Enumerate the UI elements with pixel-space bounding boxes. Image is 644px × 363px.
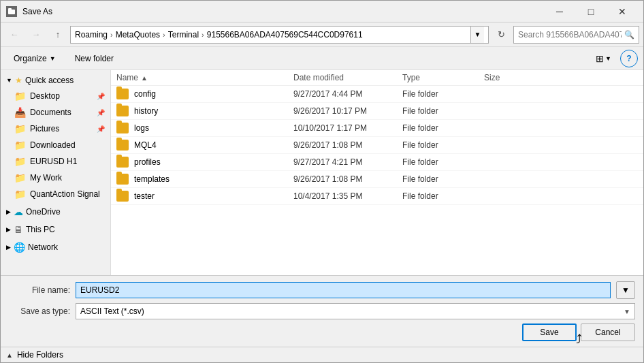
save-button[interactable]: Save [522, 323, 577, 341]
refresh-button[interactable]: ↻ [492, 25, 511, 44]
col-type-header[interactable]: Type [402, 73, 484, 82]
table-row[interactable]: templates 9/26/2017 1:08 PM File folder [111, 171, 643, 188]
sidebar-item-mywork-label: My Work [30, 173, 62, 183]
col-size-header[interactable]: Size [484, 73, 538, 82]
sidebar-section-onedrive: ▶ ☁ OneDrive [1, 204, 110, 220]
table-row[interactable]: logs 10/10/2017 1:17 PM File folder [111, 120, 643, 137]
col-date-header[interactable]: Date modified [293, 73, 402, 82]
sidebar-item-documents[interactable]: 📥 Documents 📌 [1, 104, 110, 121]
address-box[interactable]: Roaming › MetaQuotes › Terminal › 915566… [70, 26, 489, 44]
thispc-icon: 🖥 [14, 224, 23, 235]
action-buttons: Save ⤴ Cancel [9, 323, 635, 341]
title-bar-icon [6, 6, 17, 17]
hide-folders-label: Hide Folders [17, 350, 63, 360]
table-row[interactable]: tester 10/4/2017 1:35 PM File folder [111, 188, 643, 205]
quick-access-chevron-icon: ▼ [6, 77, 12, 84]
sidebar-item-desktop-label: Desktop [30, 91, 60, 101]
table-row[interactable]: history 9/26/2017 10:17 PM File folder [111, 103, 643, 120]
sidebar-quick-access-header[interactable]: ▼ ★ Quick access [1, 73, 110, 88]
folder-icon [116, 123, 129, 133]
folder-downloaded-icon: 📁 [14, 140, 26, 151]
save-as-dialog: Save As ─ □ ✕ ← → ↑ Roaming › MetaQuotes… [0, 0, 644, 363]
view-icon: ⊞ [596, 53, 604, 64]
sidebar-quick-access-label: Quick access [25, 76, 74, 85]
filename-dropdown-btn[interactable]: ▼ [616, 281, 635, 299]
minimize-button[interactable]: ─ [544, 1, 575, 22]
back-button[interactable]: ← [5, 25, 24, 44]
search-icon: 🔍 [624, 30, 634, 40]
filename-input[interactable] [76, 282, 611, 298]
sidebar-item-eurusd-label: EURUSD H1 [30, 157, 77, 166]
savetype-value: ASCII Text (*.csv) [80, 306, 144, 316]
folder-icon [116, 157, 129, 168]
search-input[interactable] [518, 30, 622, 40]
onedrive-icon: ☁ [14, 206, 23, 217]
network-icon: 🌐 [14, 242, 25, 253]
new-folder-button[interactable]: New folder [67, 50, 121, 67]
sidebar-network-header[interactable]: ▶ 🌐 Network [1, 239, 110, 255]
hide-folders-row[interactable]: ▲ Hide Folders [1, 347, 643, 362]
pin-icon-pictures: 📌 [97, 125, 105, 133]
folder-quantaction-icon: 📁 [14, 189, 26, 200]
organize-button[interactable]: Organize ▼ [6, 50, 63, 67]
sidebar-item-pictures-label: Pictures [30, 124, 59, 133]
toolbar: Organize ▼ New folder ⊞ ▼ ? [1, 47, 643, 70]
title-bar-buttons: ─ □ ✕ [544, 1, 638, 22]
sidebar-item-pictures[interactable]: 📁 Pictures 📌 [1, 121, 110, 137]
address-bar: ← → ↑ Roaming › MetaQuotes › Terminal › … [1, 22, 643, 47]
folder-icon [116, 140, 129, 151]
folder-icon: 📁 [14, 91, 26, 101]
maximize-button[interactable]: □ [575, 1, 607, 22]
table-row[interactable]: profiles 9/27/2017 4:21 PM File folder [111, 154, 643, 171]
bottom-area: File name: ▼ Save as type: ASCII Text (*… [1, 275, 643, 347]
close-button[interactable]: ✕ [607, 1, 638, 22]
help-button[interactable]: ? [620, 50, 638, 67]
saveastype-label: Save as type: [9, 306, 70, 316]
filename-row: File name: ▼ [9, 281, 635, 299]
network-chevron-icon: ▶ [6, 244, 11, 251]
view-button[interactable]: ⊞ ▼ [591, 50, 616, 67]
table-row[interactable]: config 9/27/2017 4:44 PM File folder [111, 86, 643, 103]
address-dropdown[interactable]: ▼ [470, 27, 484, 43]
main-content: ▼ ★ Quick access 📁 Desktop 📌 📥 Documents… [1, 70, 643, 275]
sidebar-item-downloaded-label: Downloaded [30, 140, 76, 150]
sidebar-section-network: ▶ 🌐 Network [1, 239, 110, 255]
folder-icon [116, 89, 129, 99]
sidebar-item-downloaded[interactable]: 📁 Downloaded [1, 137, 110, 153]
sidebar-item-mywork[interactable]: 📁 My Work [1, 170, 110, 186]
breadcrumb: Roaming › MetaQuotes › Terminal › 915566… [75, 30, 470, 40]
savetype-dropdown[interactable]: ASCII Text (*.csv) ▼ [76, 303, 635, 319]
sort-arrow-icon: ▲ [141, 74, 148, 82]
pin-icon: 📌 [97, 93, 105, 100]
svg-rect-2 [8, 8, 12, 10]
sidebar-network-label: Network [28, 242, 58, 252]
sidebar-item-eurusd[interactable]: 📁 EURUSD H1 [1, 153, 110, 170]
table-row[interactable]: MQL4 9/26/2017 1:08 PM File folder [111, 137, 643, 154]
file-list-header: Name ▲ Date modified Type Size [111, 70, 643, 86]
col-name-header[interactable]: Name ▲ [116, 73, 293, 82]
folder-icon [116, 191, 129, 202]
folder-eurusd-icon: 📁 [14, 156, 26, 167]
folder-icon [116, 174, 129, 185]
title-bar: Save As ─ □ ✕ [1, 1, 643, 22]
hide-folders-chevron-icon: ▲ [6, 351, 13, 359]
sidebar-item-documents-label: Documents [30, 108, 71, 117]
pin-icon-documents: 📌 [97, 109, 105, 116]
breadcrumb-metaquotes: MetaQuotes [116, 30, 160, 40]
sidebar-item-desktop[interactable]: 📁 Desktop 📌 [1, 88, 110, 104]
sidebar-item-quantaction[interactable]: 📁 QuantAction Signal [1, 186, 110, 202]
folder-documents-icon: 📥 [14, 107, 26, 118]
sidebar-onedrive-header[interactable]: ▶ ☁ OneDrive [1, 204, 110, 220]
up-button[interactable]: ↑ [48, 25, 67, 44]
cancel-button[interactable]: Cancel [581, 323, 635, 341]
forward-button[interactable]: → [27, 25, 46, 44]
sidebar-section-thispc: ▶ 🖥 This PC [1, 221, 110, 238]
file-list-area: Name ▲ Date modified Type Size config 9/… [111, 70, 643, 275]
filename-label: File name: [9, 285, 70, 295]
sidebar-thispc-header[interactable]: ▶ 🖥 This PC [1, 221, 110, 238]
sidebar-thispc-label: This PC [26, 225, 55, 234]
view-chevron-icon: ▼ [605, 55, 611, 62]
folder-icon [116, 106, 129, 116]
search-box[interactable]: 🔍 [513, 26, 639, 44]
svg-rect-1 [8, 10, 15, 14]
